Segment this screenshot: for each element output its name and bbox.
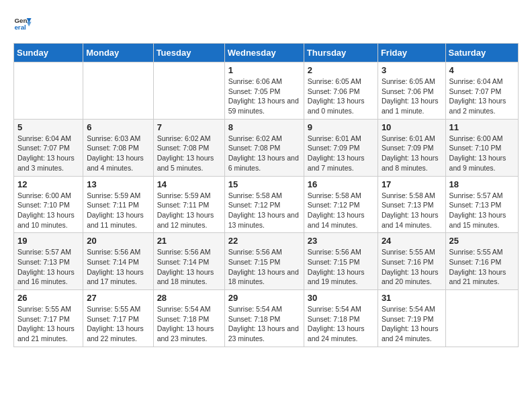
day-info: Sunrise: 5:56 AMSunset: 7:14 PMDaylight:… [157,247,221,287]
day-info: Sunrise: 5:55 AMSunset: 7:17 PMDaylight:… [17,304,79,344]
day-info: Sunrise: 5:54 AMSunset: 7:18 PMDaylight:… [228,304,300,344]
day-info: Sunrise: 5:56 AMSunset: 7:15 PMDaylight:… [308,247,374,287]
day-number: 27 [87,293,149,303]
calendar-cell: 1Sunrise: 6:06 AMSunset: 7:05 PMDaylight… [224,62,304,120]
calendar-week-3: 12Sunrise: 6:00 AMSunset: 7:10 PMDayligh… [14,176,519,233]
day-info: Sunrise: 5:59 AMSunset: 7:11 PMDaylight:… [87,191,149,230]
calendar-cell: 20Sunrise: 5:56 AMSunset: 7:14 PMDayligh… [83,233,153,290]
day-number: 21 [157,236,221,246]
calendar-cell: 23Sunrise: 5:56 AMSunset: 7:15 PMDayligh… [304,233,378,290]
day-info: Sunrise: 5:54 AMSunset: 7:18 PMDaylight:… [308,304,374,344]
day-number: 4 [449,65,515,75]
day-info: Sunrise: 6:03 AMSunset: 7:08 PMDaylight:… [87,134,149,173]
calendar-cell: 28Sunrise: 5:54 AMSunset: 7:18 PMDayligh… [153,290,224,347]
day-info: Sunrise: 5:58 AMSunset: 7:12 PMDaylight:… [308,191,374,230]
calendar-cell: 25Sunrise: 5:55 AMSunset: 7:16 PMDayligh… [445,233,518,290]
day-number: 19 [17,236,79,246]
calendar-cell: 13Sunrise: 5:59 AMSunset: 7:11 PMDayligh… [83,176,153,233]
day-info: Sunrise: 5:55 AMSunset: 7:16 PMDaylight:… [382,247,442,287]
day-number: 22 [228,236,300,246]
day-number: 11 [449,122,515,132]
day-info: Sunrise: 6:05 AMSunset: 7:06 PMDaylight:… [308,77,374,116]
calendar-cell: 11Sunrise: 6:00 AMSunset: 7:10 PMDayligh… [445,119,518,176]
calendar-cell [445,290,518,347]
day-number: 25 [449,236,515,246]
day-number: 26 [17,293,79,303]
calendar-week-4: 19Sunrise: 5:57 AMSunset: 7:13 PMDayligh… [14,233,519,290]
day-info: Sunrise: 6:05 AMSunset: 7:06 PMDaylight:… [382,77,442,116]
calendar-cell: 10Sunrise: 6:01 AMSunset: 7:09 PMDayligh… [378,119,445,176]
calendar-cell: 8Sunrise: 6:02 AMSunset: 7:08 PMDaylight… [224,119,304,176]
calendar-table: SundayMondayTuesdayWednesdayThursdayFrid… [13,43,519,347]
calendar-cell: 29Sunrise: 5:54 AMSunset: 7:18 PMDayligh… [224,290,304,347]
day-number: 8 [228,122,300,132]
calendar-cell: 17Sunrise: 5:58 AMSunset: 7:13 PMDayligh… [378,176,445,233]
day-info: Sunrise: 6:06 AMSunset: 7:05 PMDaylight:… [228,77,300,116]
calendar-cell: 4Sunrise: 6:04 AMSunset: 7:07 PMDaylight… [445,62,518,120]
day-info: Sunrise: 5:56 AMSunset: 7:15 PMDaylight:… [228,247,300,287]
weekday-header-monday: Monday [83,44,153,62]
day-number: 28 [157,293,221,303]
svg-text:eral: eral [14,24,26,31]
weekday-header-friday: Friday [378,44,445,62]
calendar-cell: 18Sunrise: 5:57 AMSunset: 7:13 PMDayligh… [445,176,518,233]
day-info: Sunrise: 5:56 AMSunset: 7:14 PMDaylight:… [87,247,149,287]
day-number: 1 [228,65,300,75]
calendar-cell: 24Sunrise: 5:55 AMSunset: 7:16 PMDayligh… [378,233,445,290]
day-number: 12 [17,179,79,189]
svg-marker-3 [27,22,32,27]
day-number: 30 [308,293,374,303]
day-info: Sunrise: 6:02 AMSunset: 7:08 PMDaylight:… [228,134,300,173]
calendar-week-5: 26Sunrise: 5:55 AMSunset: 7:17 PMDayligh… [14,290,519,347]
day-number: 6 [87,122,149,132]
weekday-header-sunday: Sunday [14,44,83,62]
day-info: Sunrise: 6:04 AMSunset: 7:07 PMDaylight:… [449,77,515,116]
calendar-cell: 15Sunrise: 5:58 AMSunset: 7:12 PMDayligh… [224,176,304,233]
day-info: Sunrise: 6:02 AMSunset: 7:08 PMDaylight:… [157,134,221,173]
day-number: 29 [228,293,300,303]
calendar-cell: 3Sunrise: 6:05 AMSunset: 7:06 PMDaylight… [378,62,445,120]
weekday-header-tuesday: Tuesday [153,44,224,62]
day-number: 31 [382,293,442,303]
day-number: 20 [87,236,149,246]
day-number: 9 [308,122,374,132]
day-number: 13 [87,179,149,189]
page-header: Gen eral [13,13,519,32]
calendar-cell: 14Sunrise: 5:59 AMSunset: 7:11 PMDayligh… [153,176,224,233]
logo: Gen eral [13,13,35,32]
calendar-cell: 9Sunrise: 6:01 AMSunset: 7:09 PMDaylight… [304,119,378,176]
calendar-cell: 5Sunrise: 6:04 AMSunset: 7:07 PMDaylight… [14,119,83,176]
day-info: Sunrise: 5:57 AMSunset: 7:13 PMDaylight:… [449,191,515,230]
day-info: Sunrise: 5:54 AMSunset: 7:18 PMDaylight:… [157,304,221,344]
calendar-cell: 21Sunrise: 5:56 AMSunset: 7:14 PMDayligh… [153,233,224,290]
day-info: Sunrise: 6:01 AMSunset: 7:09 PMDaylight:… [308,134,374,173]
calendar-cell: 2Sunrise: 6:05 AMSunset: 7:06 PMDaylight… [304,62,378,120]
day-number: 5 [17,122,79,132]
calendar-week-1: 1Sunrise: 6:06 AMSunset: 7:05 PMDaylight… [14,62,519,120]
calendar-cell: 12Sunrise: 6:00 AMSunset: 7:10 PMDayligh… [14,176,83,233]
day-info: Sunrise: 5:58 AMSunset: 7:13 PMDaylight:… [382,191,442,230]
day-info: Sunrise: 6:00 AMSunset: 7:10 PMDaylight:… [449,134,515,173]
day-info: Sunrise: 5:55 AMSunset: 7:17 PMDaylight:… [87,304,149,344]
day-number: 16 [308,179,374,189]
day-number: 18 [449,179,515,189]
calendar-cell: 19Sunrise: 5:57 AMSunset: 7:13 PMDayligh… [14,233,83,290]
day-info: Sunrise: 6:01 AMSunset: 7:09 PMDaylight:… [382,134,442,173]
day-info: Sunrise: 5:59 AMSunset: 7:11 PMDaylight:… [157,191,221,230]
day-info: Sunrise: 5:55 AMSunset: 7:16 PMDaylight:… [449,247,515,287]
calendar-cell: 6Sunrise: 6:03 AMSunset: 7:08 PMDaylight… [83,119,153,176]
day-info: Sunrise: 5:58 AMSunset: 7:12 PMDaylight:… [228,191,300,230]
calendar-cell: 27Sunrise: 5:55 AMSunset: 7:17 PMDayligh… [83,290,153,347]
calendar-week-2: 5Sunrise: 6:04 AMSunset: 7:07 PMDaylight… [14,119,519,176]
calendar-cell: 16Sunrise: 5:58 AMSunset: 7:12 PMDayligh… [304,176,378,233]
calendar-cell [14,62,83,120]
calendar-cell: 22Sunrise: 5:56 AMSunset: 7:15 PMDayligh… [224,233,304,290]
day-number: 15 [228,179,300,189]
calendar-cell [83,62,153,120]
day-number: 7 [157,122,221,132]
day-info: Sunrise: 6:04 AMSunset: 7:07 PMDaylight:… [17,134,79,173]
day-number: 14 [157,179,221,189]
calendar-cell: 30Sunrise: 5:54 AMSunset: 7:18 PMDayligh… [304,290,378,347]
calendar-cell: 7Sunrise: 6:02 AMSunset: 7:08 PMDaylight… [153,119,224,176]
logo-icon: Gen eral [13,13,32,32]
